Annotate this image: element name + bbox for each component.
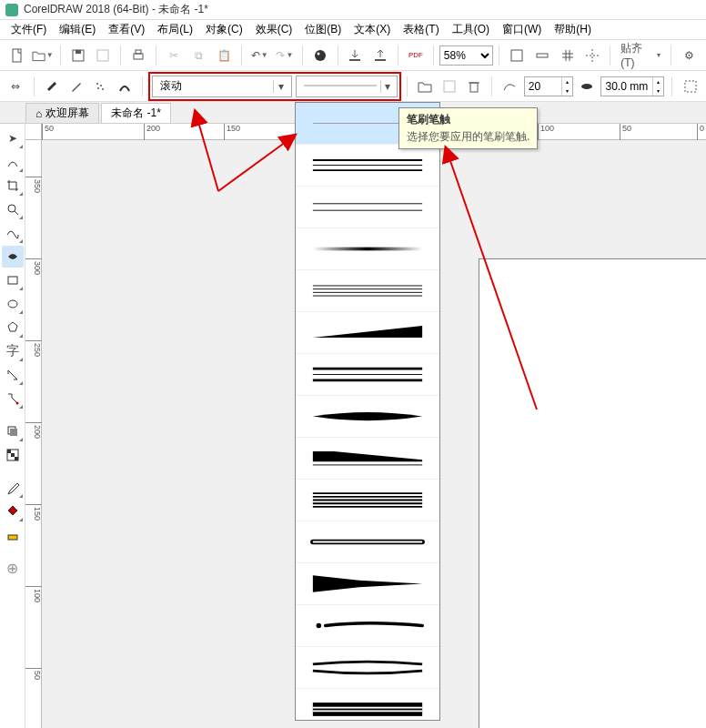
browse-button[interactable] — [415, 75, 436, 98]
menu-text[interactable]: 文本(X) — [348, 20, 396, 39]
brush-stroke-item[interactable] — [296, 647, 439, 689]
ruler-origin[interactable] — [25, 124, 42, 140]
menu-edit[interactable]: 编辑(E) — [54, 20, 101, 39]
svg-rect-29 — [11, 453, 15, 457]
menu-layout[interactable]: 布局(L) — [152, 20, 198, 39]
publish-pdf-button[interactable]: PDF — [404, 44, 428, 67]
brush-stroke-item[interactable] — [296, 521, 439, 563]
brush-stroke-item[interactable] — [296, 228, 439, 270]
zoom-level[interactable]: 58% — [439, 46, 493, 66]
snap-to-button[interactable]: 贴齐(T)▾ — [616, 44, 665, 67]
svg-point-23 — [8, 300, 17, 308]
brush-stroke-item[interactable] — [296, 689, 439, 721]
parallel-dimension-tool[interactable] — [2, 364, 24, 386]
show-guides-button[interactable] — [581, 44, 605, 67]
bounding-box-button[interactable] — [680, 75, 701, 98]
options-button[interactable]: ⚙ — [677, 44, 701, 67]
show-rulers-button[interactable] — [530, 44, 554, 67]
eyedropper-tool[interactable] — [2, 477, 24, 499]
tooltip-desc: 选择您要应用的笔刷笔触. — [407, 129, 530, 145]
svg-rect-28 — [7, 450, 11, 453]
menu-file[interactable]: 文件(F) — [5, 20, 52, 39]
delete-brush-button[interactable] — [464, 75, 485, 98]
brush-tool-button[interactable] — [66, 75, 86, 98]
freehand-smoothing-icon — [499, 75, 520, 98]
fullscreen-button[interactable] — [505, 44, 529, 67]
brush-stroke-item[interactable] — [296, 270, 439, 312]
cut-button[interactable]: ✂ — [162, 44, 186, 67]
brush-stroke-item[interactable] — [296, 438, 439, 480]
freehand-tool[interactable] — [2, 222, 24, 244]
smoothing-value[interactable] — [525, 80, 561, 93]
connector-tool[interactable] — [2, 388, 24, 410]
svg-rect-22 — [8, 277, 17, 284]
interactive-fill-tool[interactable] — [2, 500, 24, 522]
brush-category-combo[interactable]: 滚动 ▾ — [152, 76, 292, 97]
brush-category-value: 滚动 — [156, 78, 273, 94]
drop-shadow-tool[interactable] — [2, 420, 24, 442]
svg-marker-54 — [313, 575, 422, 592]
welcome-tab[interactable]: ⌂ 欢迎屏幕 — [25, 103, 99, 123]
menu-window[interactable]: 窗口(W) — [497, 20, 547, 39]
save-as-button[interactable] — [92, 44, 116, 67]
svg-point-6 — [315, 50, 326, 61]
undo-button[interactable]: ↶▼ — [247, 44, 271, 67]
copy-button[interactable]: ⧉ — [187, 44, 211, 67]
crop-tool[interactable] — [2, 175, 24, 197]
document-tab[interactable]: 未命名 -1* — [101, 103, 171, 123]
brush-stroke-item[interactable] — [296, 312, 439, 354]
print-button[interactable] — [126, 44, 150, 67]
svg-rect-2 — [76, 50, 81, 54]
import-button[interactable] — [344, 44, 368, 67]
ellipse-tool[interactable] — [2, 293, 24, 315]
menu-bitmap[interactable]: 位图(B) — [299, 20, 347, 39]
brush-stroke-item[interactable] — [296, 563, 439, 605]
save-button[interactable] — [66, 44, 90, 67]
menu-help[interactable]: 帮助(H) — [549, 20, 597, 39]
svg-rect-4 — [134, 54, 143, 59]
preset-tool-1[interactable] — [42, 75, 63, 98]
zoom-tool[interactable] — [2, 198, 24, 220]
stroke-width-value[interactable] — [601, 80, 652, 93]
shape-tool[interactable] — [2, 151, 24, 173]
brush-stroke-item[interactable] — [296, 480, 439, 521]
rectangle-tool[interactable] — [2, 269, 24, 291]
open-button[interactable]: ▼ — [31, 44, 55, 67]
brush-stroke-item[interactable] — [296, 145, 439, 187]
brush-stroke-combo[interactable]: ▾ — [296, 76, 398, 97]
welcome-tab-label: 欢迎屏幕 — [45, 106, 89, 121]
brush-stroke-item[interactable] — [296, 354, 439, 396]
vertical-ruler[interactable]: 35030025020015010050 — [25, 140, 42, 728]
menu-tools[interactable]: 工具(O) — [447, 20, 495, 39]
brush-stroke-item[interactable] — [296, 605, 439, 647]
polygon-tool[interactable] — [2, 317, 24, 339]
new-button[interactable] — [5, 44, 29, 67]
mirror-h-button[interactable]: ⇔ — [5, 75, 26, 98]
stroke-width-input[interactable]: ▴▾ — [600, 76, 664, 96]
sprayer-tool-button[interactable] — [90, 75, 111, 98]
paste-button[interactable]: 📋 — [213, 44, 237, 67]
text-tool[interactable]: 字 — [2, 340, 24, 362]
menu-object[interactable]: 对象(C) — [200, 20, 248, 39]
svg-rect-17 — [444, 81, 455, 92]
show-grid-button[interactable] — [556, 44, 580, 67]
add-tool[interactable]: ⊕ — [2, 557, 24, 579]
pick-tool[interactable]: ➤ — [2, 127, 24, 149]
highlighted-brush-controls: 滚动 ▾ ▾ — [150, 74, 399, 99]
brush-stroke-item[interactable] — [296, 396, 439, 438]
smoothing-input[interactable]: ▴▾ — [524, 76, 573, 96]
menu-view[interactable]: 查看(V) — [103, 20, 150, 39]
export-button[interactable] — [368, 44, 392, 67]
save-brush-button[interactable] — [439, 75, 460, 98]
menu-effect[interactable]: 效果(C) — [250, 20, 298, 39]
svg-rect-30 — [15, 457, 18, 460]
search-button[interactable] — [308, 44, 332, 67]
smart-fill-tool[interactable] — [2, 524, 24, 546]
redo-button[interactable]: ↷▼ — [273, 44, 297, 67]
brush-stroke-list[interactable] — [295, 102, 440, 721]
menu-table[interactable]: 表格(T) — [398, 20, 444, 39]
brush-stroke-item[interactable] — [296, 187, 439, 228]
artistic-media-tool[interactable] — [2, 246, 24, 268]
calligraphic-tool-button[interactable] — [115, 75, 136, 98]
transparency-tool[interactable] — [2, 444, 24, 466]
